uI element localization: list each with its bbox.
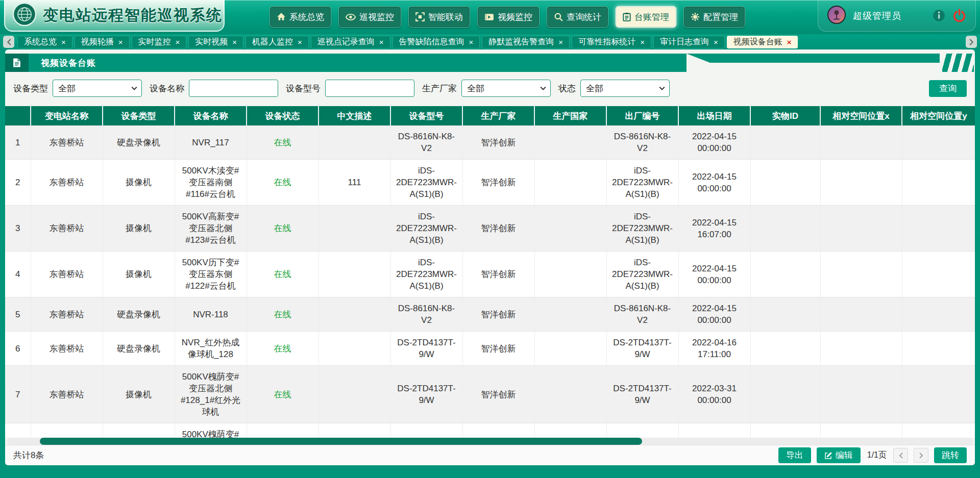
tab-2[interactable]: 视频轮播× xyxy=(75,36,130,48)
close-icon[interactable]: × xyxy=(61,38,66,46)
nav-button-2[interactable]: 巡视监控 xyxy=(338,6,401,28)
table-cell: iDS-2DE7223MWR-A(S1)(B) xyxy=(606,251,678,297)
jump-button[interactable]: 跳转 xyxy=(934,447,967,463)
table-cell xyxy=(534,332,606,366)
filter-input-3[interactable] xyxy=(325,80,414,97)
table-cell xyxy=(534,297,606,332)
column-header[interactable]: 相对空间位置x xyxy=(820,106,902,125)
filter-group-5: 状态全部 xyxy=(558,80,670,97)
column-header[interactable]: 生产国家 xyxy=(534,106,606,125)
table-cell: 智洋创新 xyxy=(462,160,534,206)
table-row[interactable]: 2东善桥站摄像机500KV木渎变#变压器南侧#116#云台机在线111iDS-2… xyxy=(5,160,975,206)
filter-select-1[interactable]: 全部 xyxy=(53,80,142,97)
edit-button[interactable]: 编辑 xyxy=(817,447,861,463)
table-cell xyxy=(247,423,318,438)
query-button[interactable]: 查询 xyxy=(929,80,967,97)
table-row[interactable]: 5东善桥站硬盘录像机NVR-118在线DS-8616N-K8-V2智洋创新DS-… xyxy=(5,297,975,332)
table-cell xyxy=(534,206,606,251)
filter-input-2[interactable] xyxy=(189,80,278,97)
next-page-button[interactable] xyxy=(914,448,928,463)
user-panel: 超级管理员 xyxy=(818,0,976,32)
table-row[interactable]: 4东善桥站摄像机500KV历下变#变压器东侧#122#云台机在线iDS-2DE7… xyxy=(5,251,975,297)
table-cell xyxy=(318,297,390,332)
export-button[interactable]: 导出 xyxy=(778,447,811,463)
table-cell: iDS-2DE7223MWR-A(S1)(B) xyxy=(390,251,462,297)
tab-label: 视频轮播 xyxy=(81,37,114,47)
column-header[interactable]: 出场日期 xyxy=(678,106,750,125)
filter-label: 设备名称 xyxy=(150,83,184,94)
filter-select-4[interactable]: 全部 xyxy=(461,80,551,97)
document-icon xyxy=(5,54,29,72)
nav-button-3[interactable]: 智能联动 xyxy=(408,6,470,28)
scrollbar-thumb[interactable] xyxy=(40,438,642,445)
table-cell: 2022-04-15 00:00:00 xyxy=(678,297,750,332)
tab-6[interactable]: 巡视点记录查询× xyxy=(311,36,390,48)
column-header[interactable] xyxy=(5,106,31,125)
column-header[interactable]: 变电站名称 xyxy=(31,106,103,125)
column-header[interactable]: 实物ID xyxy=(750,106,820,125)
nav-button-5[interactable]: 查询统计 xyxy=(547,6,608,28)
column-header[interactable]: 设备名称 xyxy=(175,106,247,125)
table-row[interactable]: 500KV槐荫变#变 xyxy=(5,423,975,438)
close-icon[interactable]: × xyxy=(232,38,237,46)
close-icon[interactable]: × xyxy=(469,38,474,46)
close-icon[interactable]: × xyxy=(298,38,302,46)
tab-4[interactable]: 实时视频× xyxy=(188,36,243,48)
nav-button-7[interactable]: 配置管理 xyxy=(683,6,745,28)
table-cell: 东善桥站 xyxy=(31,297,103,332)
column-header[interactable]: 中文描述 xyxy=(318,106,390,125)
table-cell: 在线 xyxy=(247,251,318,297)
close-icon[interactable]: × xyxy=(176,38,180,46)
close-icon[interactable]: × xyxy=(714,38,718,46)
table-cell: 智洋创新 xyxy=(462,125,534,160)
nav-button-1[interactable]: 系统总览 xyxy=(270,6,331,28)
table-row[interactable]: 3东善桥站摄像机500KV高新变#变压器北侧#123#云台机在线iDS-2DE7… xyxy=(5,206,975,251)
table-cell: 4 xyxy=(5,251,31,297)
info-icon[interactable] xyxy=(933,9,945,22)
title-bar-stripes xyxy=(942,54,974,72)
query-button-label: 查询 xyxy=(939,83,957,94)
tab-8[interactable]: 静默监视告警查询× xyxy=(482,36,570,48)
prev-page-button[interactable] xyxy=(893,448,908,463)
table-row[interactable]: 6东善桥站硬盘录像机NVR_红外热成像球机_128在线DS-2TD4137T-9… xyxy=(5,332,975,366)
tab-11[interactable]: 视频设备台账× xyxy=(727,36,798,48)
table-cell: 硬盘录像机 xyxy=(103,297,175,332)
table-cell: 2022-04-16 17:11:00 xyxy=(678,332,750,366)
tab-7[interactable]: 告警缺陷信息查询× xyxy=(393,36,480,48)
nav-button-6[interactable]: 台账管理 xyxy=(616,6,676,28)
close-icon[interactable]: × xyxy=(640,38,645,46)
table-cell: NVR_117 xyxy=(175,125,247,160)
tab-scroll-right-button[interactable] xyxy=(966,36,977,48)
table-cell: 摄像机 xyxy=(103,206,175,251)
close-icon[interactable]: × xyxy=(558,38,563,46)
tab-scroll-left-button[interactable] xyxy=(3,36,14,48)
column-header[interactable]: 设备型号 xyxy=(390,106,462,125)
filter-select-5[interactable]: 全部 xyxy=(580,80,670,97)
avatar[interactable] xyxy=(827,6,846,26)
column-header[interactable]: 生产厂家 xyxy=(462,106,534,125)
nav-button-4[interactable]: 视频监控 xyxy=(477,6,540,28)
tab-3[interactable]: 实时监控× xyxy=(132,36,187,48)
column-header[interactable]: 设备类型 xyxy=(103,106,175,125)
horizontal-scrollbar[interactable] xyxy=(7,438,973,445)
column-header[interactable]: 设备状态 xyxy=(247,106,318,125)
tab-1[interactable]: 系统总览× xyxy=(17,36,72,48)
table-cell: 500KV高新变#变压器北侧#123#云台机 xyxy=(175,206,247,251)
close-icon[interactable]: × xyxy=(379,38,384,46)
close-icon[interactable]: × xyxy=(118,38,123,46)
power-icon[interactable] xyxy=(952,9,966,22)
table-cell xyxy=(820,125,902,160)
table-cell xyxy=(606,423,678,438)
table-row[interactable]: 7东善桥站摄像机500KV槐荫变#变压器北侧#128_1#红外光球机在线DS-2… xyxy=(5,366,975,423)
table-cell xyxy=(750,366,820,423)
close-icon[interactable]: × xyxy=(787,38,792,46)
table-row[interactable]: 1东善桥站硬盘录像机NVR_117在线DS-8616N-K8-V2智洋创新DS-… xyxy=(5,125,975,160)
column-header[interactable]: 相对空间位置y xyxy=(902,106,975,125)
table-cell: iDS-2DE7223MWR-A(S1)(B) xyxy=(606,206,678,251)
tab-10[interactable]: 审计日志查询× xyxy=(653,36,725,48)
tab-5[interactable]: 机器人监控× xyxy=(246,36,309,48)
column-header[interactable]: 出厂编号 xyxy=(606,106,678,125)
table-container: 变电站名称设备类型设备名称设备状态中文描述设备型号生产厂家生产国家出厂编号出场日… xyxy=(5,106,975,438)
content-panel: 视频设备台账 设备类型全部设备名称设备型号生产厂家全部状态全部查询 变电站名称设… xyxy=(5,49,975,465)
tab-9[interactable]: 可靠性指标统计× xyxy=(572,36,651,48)
